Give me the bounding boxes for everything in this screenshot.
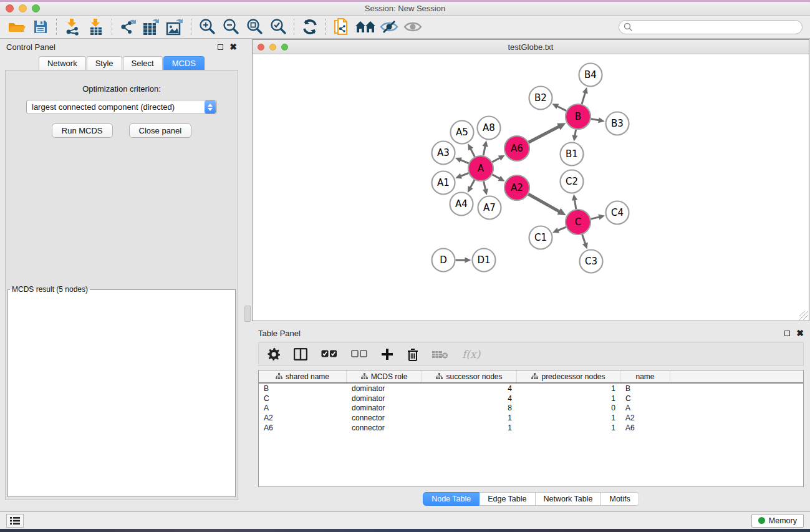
graph-edge-C-C4[interactable] [591, 217, 600, 220]
table-cell[interactable]: C [620, 394, 670, 403]
graph-edge-B-B3[interactable] [591, 119, 600, 120]
zoom-out-button[interactable] [219, 17, 243, 37]
criterion-select[interactable]: largest connected component (directed) [26, 100, 217, 114]
home-button[interactable] [354, 17, 377, 37]
table-cell[interactable]: connector [347, 423, 422, 432]
close-panel-button[interactable]: Close panel [129, 123, 192, 138]
column-header-predecessor-nodes[interactable]: predecessor nodes [517, 370, 620, 382]
graph-edge-A-A4[interactable] [470, 180, 475, 188]
table-cell[interactable]: B [620, 384, 670, 393]
table-row[interactable]: A2connector11A2 [259, 413, 803, 423]
table-cell[interactable]: 4 [422, 394, 517, 403]
table-row[interactable]: Cdominator41C [259, 394, 803, 404]
graph-edge-A-A5[interactable] [470, 148, 475, 157]
column-header-name[interactable]: name [620, 370, 670, 382]
table-cell[interactable]: A2 [620, 414, 670, 422]
delete-column-button[interactable] [407, 345, 418, 364]
table-row[interactable]: Adominator80A [259, 403, 803, 413]
import-network-button[interactable] [60, 17, 84, 37]
table-cell[interactable]: dominator [347, 384, 422, 393]
tab-style[interactable]: Style [87, 56, 122, 70]
graph-edge-A2-C[interactable] [528, 194, 560, 212]
table-cell[interactable]: 1 [422, 414, 517, 422]
graph-edge-A6-B[interactable] [529, 126, 560, 142]
network-canvas[interactable]: B4B2BB3A8A5A6A3B1AC2A1A2A4A7C4CC1DD1C3 [253, 54, 809, 321]
table-cell[interactable]: 1 [517, 423, 620, 432]
vertical-split-handle[interactable] [244, 306, 251, 322]
graph-edge-B-B2[interactable] [556, 106, 566, 111]
tab-node-table[interactable]: Node Table [423, 492, 480, 506]
zoom-fit-button[interactable] [243, 17, 266, 37]
tab-mcds[interactable]: MCDS [163, 56, 205, 70]
export-network-button[interactable] [116, 17, 140, 37]
table-cell[interactable]: A [259, 404, 347, 412]
control-panel-float-icon[interactable] [218, 44, 223, 50]
table-cell[interactable]: 1 [422, 423, 517, 432]
table-panel-float-icon[interactable] [784, 331, 790, 336]
tab-select[interactable]: Select [123, 56, 163, 70]
export-table-button[interactable] [140, 17, 163, 37]
mcds-result-list[interactable]: A2ABCA6 [9, 294, 226, 295]
graph-edge-A-A8[interactable] [483, 145, 485, 155]
memory-button[interactable]: Memory [751, 514, 804, 528]
tab-network[interactable]: Network [39, 56, 86, 70]
graph-edge-C-C1[interactable] [557, 227, 566, 231]
select-all-columns-button[interactable] [321, 345, 337, 364]
table-settings-button[interactable] [268, 345, 280, 364]
table-cell[interactable]: 1 [517, 394, 620, 403]
table-cell[interactable]: 4 [422, 384, 517, 393]
column-header-MCDS-role[interactable]: MCDS role [347, 370, 422, 382]
export-image-button[interactable] [163, 17, 187, 37]
show-graphics-details-button[interactable] [401, 17, 425, 37]
run-mcds-button[interactable]: Run MCDS [52, 123, 113, 138]
graph-edge-A-A1[interactable] [460, 173, 469, 177]
unselect-all-columns-button[interactable] [351, 345, 367, 364]
network-graph[interactable]: B4B2BB3A8A5A6A3B1AC2A1A2A4A7C4CC1DD1C3 [253, 54, 809, 321]
tab-motifs[interactable]: Motifs [601, 492, 639, 506]
open-session-button[interactable] [5, 17, 29, 37]
save-session-button[interactable] [29, 17, 52, 37]
table-cell[interactable]: dominator [347, 404, 422, 412]
table-cell[interactable]: 8 [422, 404, 517, 412]
window-resize-grip[interactable] [799, 311, 808, 320]
table-cell[interactable]: A6 [259, 423, 347, 432]
graph-edge-A-A6[interactable] [492, 157, 500, 162]
table-row[interactable]: Bdominator41B [259, 384, 803, 394]
graph-edge-A-A7[interactable] [484, 181, 486, 190]
import-table-button[interactable] [84, 17, 108, 37]
task-history-button[interactable] [6, 514, 24, 528]
search-input[interactable] [619, 20, 803, 34]
tab-edge-table[interactable]: Edge Table [480, 492, 535, 506]
table-cell[interactable]: A2 [259, 414, 347, 422]
node-table[interactable]: shared nameMCDS rolesuccessor nodesprede… [258, 370, 804, 487]
graph-edge-A-A2[interactable] [493, 175, 501, 179]
node-table-header: shared nameMCDS rolesuccessor nodesprede… [259, 370, 803, 384]
table-cell[interactable]: 1 [517, 384, 620, 393]
graph-edge-B-B4[interactable] [582, 92, 586, 104]
show-column-button[interactable] [294, 345, 307, 364]
graph-node-label: A3 [437, 147, 450, 158]
tab-network-table[interactable]: Network Table [536, 492, 602, 506]
apply-layout-button[interactable] [298, 17, 322, 37]
control-panel-close-icon[interactable]: ✖ [229, 44, 237, 50]
table-cell[interactable]: connector [347, 414, 422, 422]
zoom-selected-button[interactable] [266, 17, 290, 37]
table-cell[interactable]: B [259, 384, 347, 393]
graph-edge-C-C2[interactable] [574, 199, 576, 209]
table-cell[interactable]: C [259, 394, 347, 403]
column-header-shared-name[interactable]: shared name [259, 370, 347, 382]
table-panel-close-icon[interactable]: ✖ [796, 330, 804, 336]
hide-graphics-details-button[interactable] [377, 17, 401, 37]
table-row[interactable]: A6connector11A6 [259, 423, 803, 433]
graph-edge-C-C3[interactable] [582, 235, 586, 244]
table-cell[interactable]: A [620, 404, 670, 412]
table-cell[interactable]: 0 [517, 404, 620, 412]
duplicate-network-button[interactable] [330, 17, 354, 37]
table-cell[interactable]: A6 [620, 423, 670, 432]
zoom-in-button[interactable] [195, 17, 219, 37]
add-column-button[interactable] [381, 345, 393, 364]
table-cell[interactable]: dominator [347, 394, 422, 403]
graph-edge-A-A3[interactable] [460, 160, 468, 163]
table-cell[interactable]: 1 [517, 414, 620, 422]
column-header-successor-nodes[interactable]: successor nodes [422, 370, 517, 382]
